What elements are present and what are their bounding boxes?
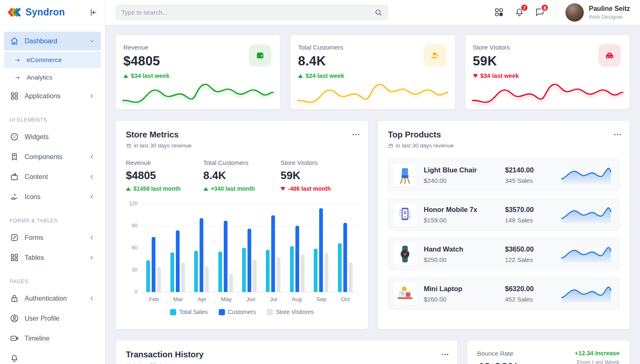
brand-name: Syndron xyxy=(25,7,65,18)
brand-logo[interactable]: Syndron xyxy=(8,7,65,18)
notifications-button[interactable]: 7 xyxy=(514,7,525,17)
wallet-icon xyxy=(249,44,271,67)
sidebar-item-timeline[interactable]: Timeline xyxy=(4,329,101,348)
stat-sparkline xyxy=(122,80,274,105)
calendar-icon xyxy=(388,143,394,149)
sidebar-item-widgets[interactable]: Widgets xyxy=(4,127,101,146)
chevron-left-icon xyxy=(88,173,95,180)
legend-item-total-sales[interactable]: Total Sales xyxy=(167,309,211,315)
sidebar-item-authentication[interactable]: Authentication xyxy=(4,289,101,308)
topbar: 7 8 Pauline Seitz Web Designer xyxy=(105,0,640,25)
product-row-hand-watch[interactable]: Hand Watch $250.00 $3650.00 122 Sales xyxy=(388,238,620,270)
trend-down-icon xyxy=(473,74,478,78)
apps-grid-icon[interactable] xyxy=(494,7,504,17)
home-icon xyxy=(10,36,19,46)
gridline xyxy=(142,292,357,292)
sidebar-item-item[interactable] xyxy=(4,349,101,364)
product-name: Honor Mobile 7x xyxy=(424,206,505,214)
sidebar-item-components[interactable]: Components xyxy=(4,147,101,166)
stat-card-revenue: Revenue $4805 $34 last week xyxy=(116,35,280,109)
sidebar-item-forms[interactable]: Forms xyxy=(4,228,101,247)
product-image-laptop xyxy=(393,282,417,306)
messages-button[interactable]: 8 xyxy=(535,7,545,17)
top-products-card: Top Products in last 30 days revenue Lig… xyxy=(378,121,630,329)
product-sparkline xyxy=(561,244,612,264)
legend-label: Total Sales xyxy=(179,309,208,315)
bar-store-visitores xyxy=(157,267,161,292)
x-axis-label: Feb xyxy=(149,296,159,302)
bar-customers xyxy=(224,221,228,292)
legend-item-store-visitores[interactable]: Store Visitores xyxy=(263,309,317,315)
sidebar-section-label: PAGES xyxy=(4,268,101,289)
product-row-light-blue-chair[interactable]: Light Blue Chair $240.00 $2140.00 345 Sa… xyxy=(388,159,620,191)
sidebar-item-content[interactable]: Content xyxy=(4,167,101,186)
legend-swatch xyxy=(170,309,176,315)
bounce-rate-period: From Last Week xyxy=(575,359,620,364)
bar-group-oct xyxy=(338,223,352,292)
x-axis-label: Aug xyxy=(292,296,302,302)
product-row-mini-laptop[interactable]: Mini Laptop $260.00 $6320.00 452 Sales xyxy=(388,277,620,310)
x-axis-label: May xyxy=(221,296,232,302)
main-column: 7 8 Pauline Seitz Web Designer xyxy=(105,0,640,364)
transaction-history-menu-button[interactable] xyxy=(440,350,450,359)
stat-card-store-visitors: Store Visitors 59K $34 last week xyxy=(465,35,630,109)
bar-store-visitores xyxy=(181,262,185,292)
sidebar-item-label: Applications xyxy=(25,92,60,100)
y-axis-label: 90 xyxy=(132,223,138,229)
search-input[interactable] xyxy=(121,9,374,16)
metric-label: Store Visitors xyxy=(280,159,358,166)
x-axis-label: Sep xyxy=(316,296,326,302)
metric-value: $4805 xyxy=(126,169,203,182)
top-products-menu-button[interactable] xyxy=(613,130,622,139)
search-bar xyxy=(115,5,388,20)
bar-store-visitores xyxy=(301,254,305,292)
chevron-left-icon xyxy=(88,153,95,160)
trend-down-icon xyxy=(280,187,285,191)
sidebar-subitem-analytics[interactable]: Analytics xyxy=(4,69,101,86)
bar-group-apr xyxy=(194,218,209,292)
bar-store-visitores xyxy=(325,253,328,292)
arrow-right-icon xyxy=(14,74,21,81)
y-axis-label: 60 xyxy=(132,245,138,251)
bar-store-visitores xyxy=(253,259,257,292)
legend-swatch xyxy=(267,309,273,315)
bars xyxy=(142,204,357,292)
product-sparkline xyxy=(561,205,612,224)
bar-group-sep xyxy=(314,208,328,292)
product-revenue: $2140.00 xyxy=(505,166,561,174)
stat-card-total-customers: Total Customers 8.4K $24 last week xyxy=(290,35,455,109)
sidebar-item-icons[interactable]: Icons xyxy=(4,187,101,206)
store-metrics-menu-button[interactable] xyxy=(351,130,360,139)
sidebar-item-dashboard[interactable]: Dashboard xyxy=(4,32,101,50)
topbar-divider xyxy=(555,5,555,20)
stat-sparkline xyxy=(472,80,623,105)
search-icon[interactable] xyxy=(374,8,382,17)
content-icon xyxy=(10,172,19,182)
sidebar-subitem-ecommerce[interactable]: eCommerce xyxy=(4,52,101,68)
binoculars-icon xyxy=(598,44,621,67)
form-icon xyxy=(10,233,19,242)
chevron-down-icon xyxy=(88,37,95,45)
x-axis-label: Jul xyxy=(270,296,277,302)
legend-item-customers[interactable]: Customers xyxy=(215,309,260,315)
bar-total-sales xyxy=(242,248,246,292)
sidebar-collapse-icon[interactable] xyxy=(88,8,98,17)
sidebar-item-tables[interactable]: Tables xyxy=(4,248,101,267)
stat-delta: $24 last week xyxy=(298,72,447,79)
sidebar-item-user-profile[interactable]: User Profile xyxy=(4,309,101,328)
product-name: Light Blue Chair xyxy=(424,166,505,174)
middle-row: Store Metrics in last 30 days revenue Re… xyxy=(116,121,630,329)
bar-total-sales xyxy=(218,252,222,292)
product-row-honor-mobile-7x[interactable]: Honor Mobile 7x $159.00 $3570.00 148 Sal… xyxy=(388,198,620,231)
sidebar-item-applications[interactable]: Applications xyxy=(4,87,101,105)
product-sales: 148 Sales xyxy=(505,217,561,224)
product-sparkline xyxy=(561,165,612,184)
user-menu[interactable]: Pauline Seitz Web Designer xyxy=(565,3,630,22)
store-metrics-subtitle: in last 30 days revenue xyxy=(126,142,358,149)
product-price: $159.00 xyxy=(424,217,505,224)
metric-delta: -486 last month xyxy=(280,185,358,192)
sidebar-item-label: Content xyxy=(25,173,48,181)
x-axis-label: Jun xyxy=(246,296,255,302)
transaction-history-title: Transaction History xyxy=(126,350,447,359)
bar-total-sales xyxy=(314,249,318,292)
